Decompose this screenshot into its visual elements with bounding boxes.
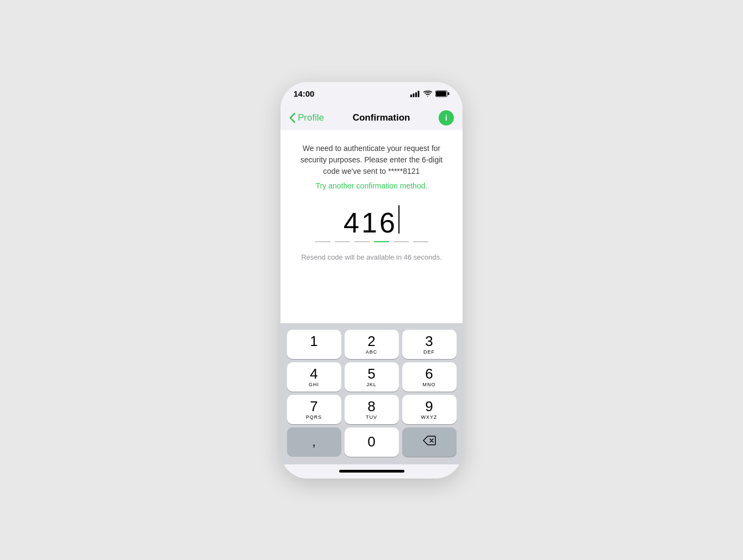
phone-frame: 14:00 bbox=[280, 82, 463, 479]
back-label: Profile bbox=[298, 112, 324, 123]
underline-2 bbox=[335, 241, 350, 242]
cursor bbox=[398, 205, 399, 234]
backspace-icon bbox=[423, 436, 436, 448]
keyboard-row-4: , 0 bbox=[283, 427, 460, 457]
underline-5 bbox=[394, 241, 409, 242]
info-button[interactable]: i bbox=[439, 110, 454, 125]
status-time: 14:00 bbox=[294, 89, 314, 98]
resend-text: Resend code will be available in 46 seco… bbox=[301, 253, 442, 261]
keyboard-row-2: 4 GHI 5 JKL 6 MNO bbox=[283, 362, 460, 392]
back-button[interactable]: Profile bbox=[289, 112, 324, 123]
keyboard-row-3: 7 PQRS 8 TUV 9 WXYZ bbox=[283, 395, 460, 424]
battery-icon bbox=[435, 90, 449, 97]
underline-4 bbox=[374, 241, 389, 242]
key-3[interactable]: 3 DEF bbox=[402, 330, 457, 359]
code-entry: 416 bbox=[291, 205, 452, 237]
svg-rect-2 bbox=[415, 92, 417, 97]
nav-title: Confirmation bbox=[353, 112, 410, 123]
description-text: We need to authenticate your request for… bbox=[291, 143, 452, 177]
status-bar: 14:00 bbox=[280, 82, 463, 106]
key-7[interactable]: 7 PQRS bbox=[287, 395, 341, 424]
key-4[interactable]: 4 GHI bbox=[287, 362, 341, 392]
key-5[interactable]: 5 JKL bbox=[345, 362, 399, 392]
svg-rect-1 bbox=[413, 93, 415, 97]
keyboard: 1 2 ABC 3 DEF 4 GHI 5 JKL 6 bbox=[280, 323, 463, 464]
key-backspace[interactable] bbox=[402, 427, 457, 457]
main-content: We need to authenticate your request for… bbox=[280, 130, 463, 323]
key-0[interactable]: 0 bbox=[345, 427, 399, 457]
status-icons bbox=[410, 90, 449, 97]
key-2[interactable]: 2 ABC bbox=[345, 330, 399, 359]
key-9[interactable]: 9 WXYZ bbox=[402, 395, 457, 424]
alt-method-link[interactable]: Try another confirmation method. bbox=[316, 181, 428, 190]
key-8[interactable]: 8 TUV bbox=[345, 395, 399, 424]
home-indicator bbox=[280, 464, 463, 479]
signal-icon bbox=[410, 91, 420, 97]
underline-1 bbox=[315, 241, 330, 242]
home-bar bbox=[339, 470, 404, 473]
underline-3 bbox=[354, 241, 370, 242]
key-6[interactable]: 6 MNO bbox=[402, 362, 457, 392]
key-1[interactable]: 1 bbox=[287, 330, 341, 359]
svg-rect-0 bbox=[410, 95, 412, 97]
svg-rect-3 bbox=[418, 91, 420, 97]
code-underlines bbox=[315, 241, 428, 242]
info-icon-label: i bbox=[445, 114, 447, 122]
svg-rect-6 bbox=[448, 92, 449, 95]
nav-bar: Profile Confirmation i bbox=[280, 106, 463, 130]
underline-6 bbox=[413, 241, 428, 242]
wifi-icon bbox=[423, 91, 432, 97]
code-digits: 416 bbox=[344, 209, 397, 237]
svg-rect-5 bbox=[436, 91, 446, 96]
keyboard-row-1: 1 2 ABC 3 DEF bbox=[283, 330, 460, 359]
key-comma[interactable]: , bbox=[287, 427, 341, 457]
